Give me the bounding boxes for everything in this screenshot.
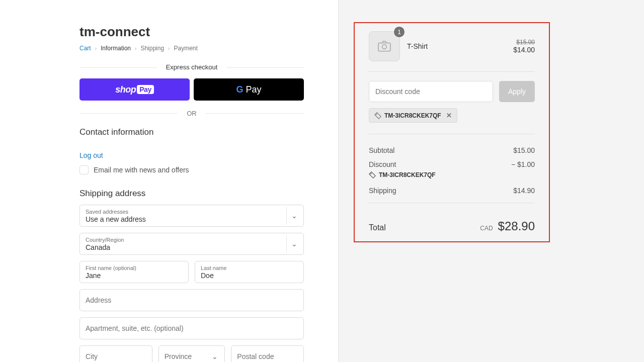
- total-line: Total CAD $28.90: [369, 212, 535, 233]
- shoppay-logo-text: shop: [115, 84, 136, 95]
- country-label: Country/Region: [86, 237, 283, 243]
- shipping-label: Shipping: [369, 187, 396, 195]
- apartment-placeholder: Apartment, suite, etc. (optional): [86, 324, 298, 332]
- discount-tag: TM-3ICR8CKEK7QF ✕: [369, 108, 457, 123]
- tag-icon: [369, 171, 376, 178]
- cart-item: 1 T-Shirt $15.00 $14.00: [369, 28, 535, 70]
- total-amount: $28.90: [498, 219, 535, 233]
- subtotal-value: $15.00: [513, 146, 535, 154]
- or-label: OR: [178, 110, 206, 117]
- item-name: T-Shirt: [407, 42, 506, 50]
- breadcrumb-payment: Payment: [174, 45, 197, 52]
- postal-placeholder: Postal code: [237, 352, 298, 360]
- shop-pay-button[interactable]: shopPay: [79, 78, 190, 101]
- divider: [369, 203, 535, 203]
- divider: [369, 134, 535, 134]
- svg-point-1: [382, 45, 387, 49]
- or-separator: OR: [79, 110, 304, 117]
- shipping-value: $14.90: [513, 187, 535, 195]
- saved-addresses-value: Use a new address: [86, 215, 283, 223]
- discount-row: Apply: [369, 81, 535, 102]
- svg-point-2: [376, 114, 377, 115]
- discount-code-input[interactable]: [369, 81, 493, 102]
- city-field[interactable]: City: [79, 345, 152, 362]
- first-name-label: First name (optional): [86, 265, 183, 271]
- discount-tag-code: TM-3ICR8CKEK7QF: [384, 112, 441, 119]
- saved-addresses-label: Saved addresses: [86, 209, 283, 215]
- email-offers-row[interactable]: Email me with news and offers: [79, 165, 304, 174]
- breadcrumb-cart[interactable]: Cart: [79, 45, 91, 52]
- first-name-field[interactable]: First name (optional) Jane: [79, 261, 189, 283]
- quantity-badge: 1: [394, 27, 405, 37]
- item-thumbnail: 1: [369, 31, 400, 61]
- contact-section-title: Contact information: [79, 127, 304, 137]
- first-name-value: Jane: [86, 272, 183, 280]
- store-title: tm-connect: [79, 24, 304, 40]
- discount-label: Discount: [369, 160, 396, 168]
- shipping-section-title: Shipping address: [79, 189, 304, 199]
- province-select[interactable]: Province ⌄: [158, 345, 225, 362]
- total-currency: CAD: [480, 225, 493, 232]
- item-price: $15.00 $14.00: [513, 39, 535, 54]
- last-name-value: Doe: [201, 272, 298, 280]
- google-pay-button[interactable]: G Pay: [194, 78, 304, 101]
- discount-value: − $1.00: [511, 160, 535, 168]
- total-label: Total: [369, 223, 386, 232]
- order-summary-highlighted: 1 T-Shirt $15.00 $14.00 Apply TM-3ICR8CK…: [354, 22, 550, 242]
- subtotal-label: Subtotal: [369, 146, 394, 154]
- address-placeholder: Address: [86, 296, 298, 304]
- chevron-down-icon: ⌄: [286, 235, 301, 252]
- express-checkout-label: Express checkout: [157, 63, 227, 71]
- saved-addresses-select[interactable]: Saved addresses Use a new address ⌄: [79, 205, 304, 227]
- price-discounted: $14.00: [513, 46, 535, 54]
- svg-point-3: [370, 173, 371, 174]
- gpay-text: Pay: [246, 84, 262, 95]
- country-select[interactable]: Country/Region Canada ⌄: [79, 233, 304, 255]
- shoppay-pay-badge: Pay: [137, 85, 153, 94]
- divider: [369, 71, 535, 72]
- logout-link[interactable]: Log out: [79, 151, 304, 159]
- shipping-line: Shipping $14.90: [369, 184, 535, 198]
- chevron-right-icon: ›: [95, 46, 97, 51]
- breadcrumb: Cart › Information › Shipping › Payment: [79, 45, 304, 52]
- camera-icon: [378, 41, 391, 52]
- apply-discount-button[interactable]: Apply: [499, 81, 535, 102]
- price-original: $15.00: [513, 39, 535, 46]
- chevron-right-icon: ›: [168, 46, 170, 51]
- subtotal-line: Subtotal $15.00: [369, 143, 535, 157]
- last-name-field[interactable]: Last name Doe: [195, 261, 304, 283]
- checkout-main: tm-connect Cart › Information › Shipping…: [0, 0, 338, 362]
- city-placeholder: City: [86, 352, 146, 360]
- discount-code-line: TM-3ICR8CKEK7QF: [369, 171, 535, 184]
- email-offers-checkbox[interactable]: [79, 165, 89, 174]
- chevron-right-icon: ›: [135, 46, 136, 51]
- google-g-icon: G: [236, 84, 243, 95]
- applied-code: TM-3ICR8CKEK7QF: [379, 171, 436, 178]
- order-summary-panel: 1 T-Shirt $15.00 $14.00 Apply TM-3ICR8CK…: [338, 0, 644, 362]
- apartment-field[interactable]: Apartment, suite, etc. (optional): [79, 317, 304, 339]
- country-value: Canada: [86, 243, 283, 251]
- email-offers-label: Email me with news and offers: [94, 166, 189, 174]
- chevron-down-icon: ⌄: [286, 207, 301, 224]
- discount-line: Discount − $1.00: [369, 157, 535, 171]
- remove-discount-icon[interactable]: ✕: [446, 112, 452, 119]
- tag-icon: [374, 112, 381, 119]
- express-checkout-separator: Express checkout: [79, 64, 304, 71]
- express-buttons: shopPay G Pay: [79, 78, 304, 101]
- postal-code-field[interactable]: Postal code: [231, 345, 304, 362]
- chevron-down-icon: ⌄: [207, 348, 222, 362]
- breadcrumb-shipping: Shipping: [140, 45, 164, 52]
- address-field[interactable]: Address: [79, 289, 304, 311]
- breadcrumb-information: Information: [101, 45, 131, 52]
- last-name-label: Last name: [201, 265, 298, 271]
